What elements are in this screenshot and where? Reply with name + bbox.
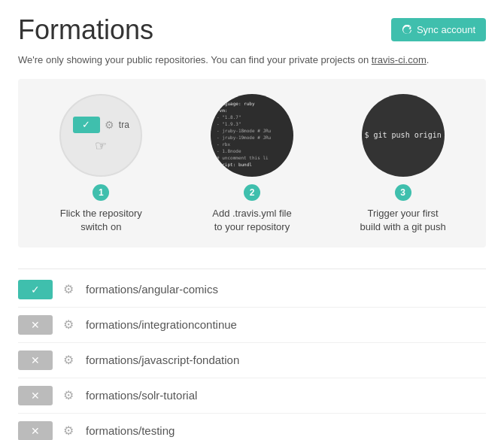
- toggle-off[interactable]: ✕: [18, 386, 53, 405]
- step-3: $ git push origin 3 Trigger your firstbu…: [335, 94, 471, 234]
- travis-ci-link[interactable]: travis-ci.com: [372, 54, 427, 65]
- repo-settings-icon[interactable]: ⚙: [63, 353, 74, 367]
- sync-account-button[interactable]: Sync account: [391, 18, 486, 41]
- step-3-label: Trigger your firstbuild with a git push: [360, 207, 446, 234]
- steps-container: ✓ ⚙ tra ☞ 1 Flick the repositoryswitch o…: [18, 79, 486, 247]
- step-2-image: language: ruby rvm: - "1.8.7" - "1.9.3" …: [211, 94, 293, 177]
- toggle-off[interactable]: ✕: [18, 315, 53, 335]
- header: Formations Sync account: [18, 15, 486, 45]
- divider: [18, 269, 486, 269]
- repo-name: formations/testing: [86, 424, 175, 437]
- sync-button-label: Sync account: [417, 24, 475, 35]
- repository-list: ✓⚙formations/angular-comics✕⚙formations/…: [18, 272, 486, 440]
- repo-name: formations/integrationcontinue: [86, 318, 237, 331]
- toggle-off[interactable]: ✕: [18, 350, 53, 370]
- repo-name: formations/solr-tutorial: [86, 389, 197, 402]
- repo-row: ✕⚙formations/solr-tutorial: [18, 378, 486, 414]
- repo-settings-icon[interactable]: ⚙: [63, 317, 74, 332]
- repo-row: ✕⚙formations/testing: [18, 414, 486, 440]
- step-1: ✓ ⚙ tra ☞ 1 Flick the repositoryswitch o…: [33, 94, 169, 234]
- step-2-label: Add .travis.yml fileto your repository: [212, 207, 291, 234]
- repo-row: ✕⚙formations/integrationcontinue: [18, 308, 486, 343]
- step-3-number: 3: [395, 184, 411, 201]
- repo-row: ✓⚙formations/angular-comics: [18, 272, 486, 308]
- step-3-image: $ git push origin: [362, 94, 445, 177]
- step1-toggle-on: ✓: [73, 117, 100, 133]
- sync-icon: [402, 25, 412, 35]
- step-2: language: ruby rvm: - "1.8.7" - "1.9.3" …: [184, 94, 320, 234]
- repo-name: formations/angular-comics: [86, 283, 218, 296]
- page-title: Formations: [18, 15, 153, 45]
- subtitle-text: We're only showing your public repositor…: [18, 54, 486, 65]
- repo-settings-icon[interactable]: ⚙: [63, 423, 74, 438]
- repo-name: formations/javascript-fondation: [86, 354, 239, 366]
- step2-code: language: ruby rvm: - "1.8.7" - "1.9.3" …: [211, 94, 293, 174]
- step3-git-cmd: $ git push origin: [364, 131, 441, 139]
- step-1-image: ✓ ⚙ tra ☞: [59, 94, 142, 177]
- step1-gear-icon: ⚙: [105, 119, 114, 131]
- repo-row: ✕⚙formations/javascript-fondation: [18, 343, 486, 378]
- repo-settings-icon[interactable]: ⚙: [63, 282, 74, 296]
- repo-settings-icon[interactable]: ⚙: [63, 388, 74, 402]
- step-1-label: Flick the repositoryswitch on: [60, 207, 142, 234]
- toggle-off[interactable]: ✕: [18, 421, 53, 440]
- step-2-number: 2: [244, 184, 260, 201]
- step-1-number: 1: [93, 184, 109, 201]
- step1-repo-text: tra: [119, 120, 129, 130]
- toggle-on[interactable]: ✓: [18, 280, 53, 299]
